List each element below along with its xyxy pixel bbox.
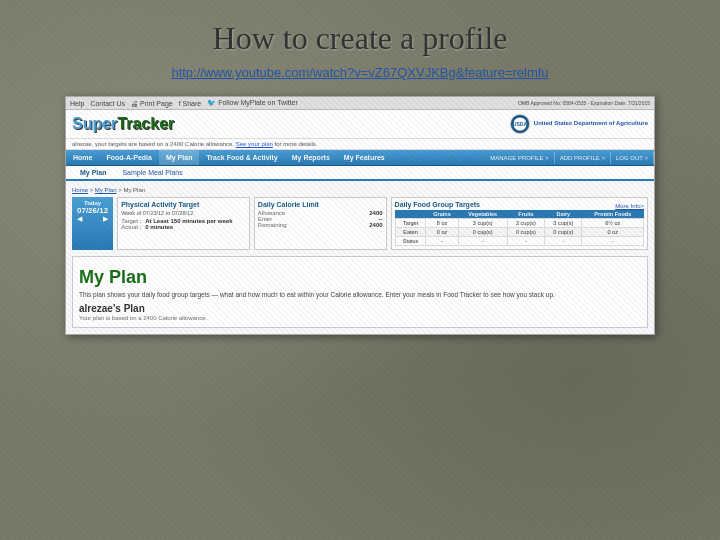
see-plan-link[interactable]: See your plan — [236, 141, 273, 147]
fg-eaten-label: Eaten — [395, 228, 426, 237]
current-breadcrumb: My Plan — [123, 187, 145, 193]
sub-nav: My Plan Sample Meal Plans — [66, 166, 654, 181]
remaining-val: 2400 — [369, 222, 382, 228]
home-breadcrumb[interactable]: Home — [72, 187, 88, 193]
fg-col-dairy: Dairy — [545, 210, 582, 219]
fg-grains-target: 8 oz — [426, 219, 458, 228]
plan-name: alrezae's Plan — [79, 303, 641, 314]
fg-target-label: Target — [395, 219, 426, 228]
slide-link[interactable]: http://www.youtube.com/watch?v=vZ67QXVJK… — [171, 65, 548, 80]
calorie-remaining-row: Remaining 2400 — [258, 222, 383, 228]
fg-row-status: Status - - - - - — [395, 237, 643, 246]
fg-row-target: Target 8 oz 3 cup(s) 2 cup(s) 3 cup(s) 6… — [395, 219, 643, 228]
usda-right: USDA United States Department of Agricul… — [509, 113, 648, 135]
fg-status-label: Status — [395, 237, 426, 246]
next-day-btn[interactable]: ▶ — [103, 215, 108, 223]
logout-btn[interactable]: LOG OUT > — [611, 152, 654, 164]
targets-row: Today 07/26/12 ◀ ▶ Physical Activity Tar… — [72, 197, 648, 250]
main-content: Home > My Plan > My Plan Today 07/26/12 … — [66, 181, 654, 334]
main-nav: Home Food-A-Pedia My Plan Track Food & A… — [66, 150, 654, 166]
fg-fruits-status: - — [507, 237, 544, 246]
fg-fruits-target: 2 cup(s) — [507, 219, 544, 228]
nav-right: MANAGE PROFILE > ADD PROFILE > LOG OUT > — [485, 152, 654, 164]
physical-activity-title: Physical Activity Target — [121, 201, 246, 208]
pa-actual-label: Actual — [121, 224, 138, 230]
fg-fruits-eaten: 0 cup(s) — [507, 228, 544, 237]
usda-logo-box: USDA United States Department of Agricul… — [509, 113, 648, 135]
fg-veg-eaten: 0 cup(s) — [458, 228, 507, 237]
manage-profile-btn[interactable]: MANAGE PROFILE > — [485, 152, 555, 164]
browser-screenshot: Help Contact Us 🖨 Print Page f Share 🐦 F… — [65, 96, 655, 335]
fg-veg-target: 3 cup(s) — [458, 219, 507, 228]
slide-title: How to create a profile — [213, 20, 508, 57]
sub-nav-sample-meal-plans[interactable]: Sample Meal Plans — [114, 166, 190, 181]
physical-activity-panel: Physical Activity Target Week of 07/23/1… — [117, 197, 250, 250]
food-group-table: Grains Vegetables Fruits Dairy Protein F… — [395, 210, 644, 246]
fg-header: Grains Vegetables Fruits Dairy Protein F… — [395, 210, 643, 219]
pa-actual-row: Actual: 0 minutes — [121, 224, 246, 230]
add-profile-btn[interactable]: ADD PROFILE > — [555, 152, 611, 164]
svg-text:USDA: USDA — [513, 121, 528, 127]
date-box: Today 07/26/12 ◀ ▶ — [72, 197, 113, 250]
fg-grains-status: - — [426, 237, 458, 246]
contact-link[interactable]: Contact Us — [90, 100, 125, 107]
fg-row-eaten: Eaten 0 oz 0 cup(s) 0 cup(s) 0 cup(s) 0 … — [395, 228, 643, 237]
date-nav-arrows: ◀ ▶ — [77, 215, 108, 223]
calorie-limit-panel: Daily Calorie Limit Allowance 2400 Enter… — [254, 197, 387, 250]
usda-header: SuperTracker USDA United States Departme… — [66, 110, 654, 139]
fg-col-fruits: Fruits — [507, 210, 544, 219]
fg-col-protein: Protein Foods — [582, 210, 644, 219]
fg-protein-eaten: 0 oz — [582, 228, 644, 237]
plan-sub: Your plan is based on a 2400 Calorie all… — [79, 315, 641, 321]
twitter-follow-link[interactable]: 🐦 Follow MyPlate on Twitter — [207, 99, 298, 107]
fg-protein-target: 6½ oz — [582, 219, 644, 228]
fg-col-label — [395, 210, 426, 219]
usda-emblem-icon: USDA — [509, 113, 531, 135]
usda-text: United States Department of Agriculture — [534, 120, 648, 128]
nav-my-plan[interactable]: My Plan — [159, 150, 199, 165]
my-plan-title: My Plan — [79, 267, 641, 288]
nav-track-food[interactable]: Track Food & Activity — [199, 150, 284, 165]
food-group-panel: Daily Food Group Targets More Info> Grai… — [391, 197, 648, 250]
calorie-title: Daily Calorie Limit — [258, 201, 383, 208]
more-info-btn[interactable]: More Info> — [615, 203, 644, 209]
date-value: 07/26/12 — [77, 206, 108, 215]
pa-actual-val: 0 minutes — [145, 224, 173, 230]
fg-col-veg: Vegetables — [458, 210, 507, 219]
fg-grains-eaten: 0 oz — [426, 228, 458, 237]
fg-dairy-target: 3 cup(s) — [545, 219, 582, 228]
fg-header-row: Daily Food Group Targets More Info> — [395, 201, 644, 210]
nav-food-a-pedia[interactable]: Food-A-Pedia — [99, 150, 159, 165]
fb-share-link[interactable]: f Share — [179, 100, 202, 107]
fg-veg-status: - — [458, 237, 507, 246]
fg-dairy-status: - — [545, 237, 582, 246]
prev-day-btn[interactable]: ◀ — [77, 215, 82, 223]
fg-col-grains: Grains — [426, 210, 458, 219]
remaining-label: Remaining — [258, 222, 287, 228]
myplan-breadcrumb[interactable]: My Plan — [95, 187, 117, 193]
omb-text: OMB Approved No: 0584-0535 - Expiration … — [518, 100, 650, 106]
print-link[interactable]: 🖨 Print Page — [131, 100, 173, 107]
supertracker-logo: SuperTracker — [72, 115, 174, 133]
browser-topbar: Help Contact Us 🖨 Print Page f Share 🐦 F… — [66, 97, 654, 110]
breadcrumb: Home > My Plan > My Plan — [72, 187, 648, 193]
help-link[interactable]: Help — [70, 100, 84, 107]
nav-my-features[interactable]: My Features — [337, 150, 392, 165]
fg-dairy-eaten: 0 cup(s) — [545, 228, 582, 237]
fg-protein-status: - — [582, 237, 644, 246]
nav-home[interactable]: Home — [66, 150, 99, 165]
nav-my-reports[interactable]: My Reports — [285, 150, 337, 165]
pa-week: Week of 07/23/12 to 07/28/12 — [121, 210, 246, 216]
fg-title: Daily Food Group Targets — [395, 201, 480, 208]
sub-nav-my-plan[interactable]: My Plan — [72, 166, 114, 181]
alert-bar: alrezae, your targets are based on a 240… — [66, 139, 654, 150]
my-plan-description: This plan shows your daily food group ta… — [79, 290, 641, 299]
my-plan-section: My Plan This plan shows your daily food … — [72, 256, 648, 328]
